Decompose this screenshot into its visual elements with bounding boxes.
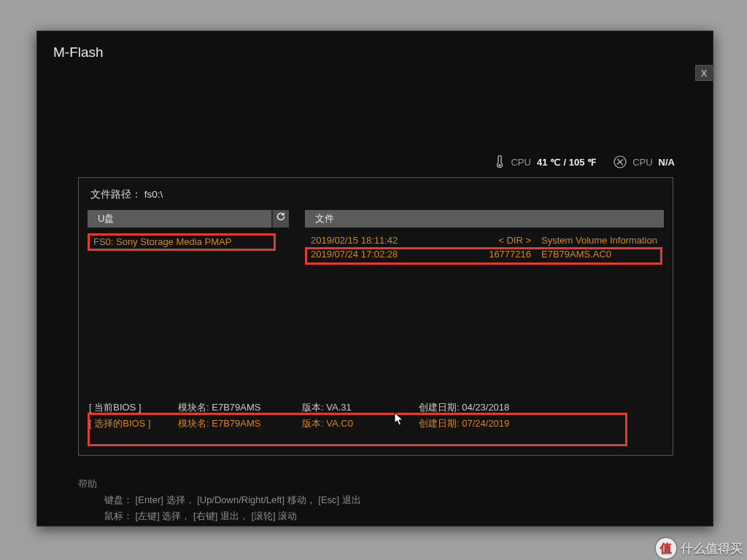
bios-info: [ 当前BIOS ] 模块名: E7B79AMS 版本: VA.31 创建日期:… [88, 400, 664, 432]
file-name: System Volume Information [541, 235, 658, 246]
files-header: 文件 [305, 210, 664, 228]
file-date: 2019/02/15 18:11:42 [311, 235, 457, 246]
titlebar: M-Flash X [37, 31, 713, 74]
cpu-temp-value: 41 ℃ / 105 ℉ [537, 157, 596, 168]
path-value: fs0:\ [144, 189, 163, 200]
cpu-temp-sensor: CPU 41 ℃ / 105 ℉ [493, 155, 596, 168]
refresh-icon [276, 210, 286, 228]
cpu-fan-label: CPU [632, 157, 652, 168]
drives-column: U盘 FS0: Sony Storage Media PMAP [88, 210, 289, 392]
files-column: 文件 2019/02/15 18:11:42 < DIR > System Vo… [305, 210, 664, 392]
close-button[interactable]: X [695, 65, 713, 81]
help-text: 帮助 键盘： [Enter] 选择， [Up/Down/Right/Left] … [78, 476, 361, 524]
help-title: 帮助 [78, 476, 361, 492]
bios-version: 版本: VA.C0 [302, 417, 419, 430]
file-date: 2019/07/24 17:02:28 [311, 249, 457, 260]
file-size: < DIR > [462, 235, 535, 246]
bios-version: 版本: VA.31 [302, 401, 419, 414]
file-name: E7B79AMS.AC0 [541, 249, 658, 260]
bios-module: 模块名: E7B79AMS [178, 417, 302, 430]
file-row[interactable]: 2019/02/15 18:11:42 < DIR > System Volum… [305, 233, 664, 247]
bios-date: 创建日期: 07/24/2019 [419, 417, 664, 430]
window-title: M-Flash [53, 44, 104, 60]
bios-tag: [ 当前BIOS ] [89, 401, 178, 414]
path-label: 文件路径： [90, 189, 142, 200]
file-panel: 文件路径： fs0:\ U盘 FS0: Sony Storage Media P… [78, 177, 673, 456]
bios-date: 创建日期: 04/23/2018 [419, 401, 664, 414]
refresh-button[interactable] [271, 210, 289, 228]
mflash-window: M-Flash X CPU 41 ℃ / 105 ℉ CPU N/A 文件路径：… [36, 31, 713, 526]
file-size: 16777216 [462, 249, 535, 260]
help-keyboard: 键盘： [Enter] 选择， [Up/Down/Right/Left] 移动，… [78, 492, 361, 508]
watermark: 值 什么值得买 [656, 538, 743, 559]
path-row: 文件路径： fs0:\ [88, 188, 664, 201]
selected-bios-row: [ 选择的BIOS ] 模块名: E7B79AMS 版本: VA.C0 创建日期… [88, 416, 664, 432]
cpu-fan-sensor: CPU N/A [614, 155, 675, 168]
drives-header-label: U盘 [98, 210, 114, 228]
cpu-fan-value: N/A [659, 157, 675, 168]
current-bios-row: [ 当前BIOS ] 模块名: E7B79AMS 版本: VA.31 创建日期:… [88, 400, 664, 416]
bios-tag: [ 选择的BIOS ] [89, 417, 178, 430]
fan-icon [614, 155, 627, 168]
help-mouse: 鼠标： [左键] 选择， [右键] 退出， [滚轮] 滚动 [78, 508, 361, 524]
watermark-badge: 值 [656, 538, 676, 559]
watermark-text: 什么值得买 [681, 540, 743, 557]
svg-point-0 [499, 164, 501, 166]
thermometer-icon [493, 155, 505, 168]
drives-header: U盘 [88, 210, 289, 228]
svg-point-2 [619, 160, 622, 163]
drive-item[interactable]: FS0: Sony Storage Media PMAP [88, 233, 289, 250]
file-row[interactable]: 2019/07/24 17:02:28 16777216 E7B79AMS.AC… [305, 247, 664, 261]
files-header-label: 文件 [315, 210, 334, 228]
cpu-temp-label: CPU [511, 157, 530, 168]
sensor-bar: CPU 41 ℃ / 105 ℉ CPU N/A [493, 155, 675, 168]
bios-module: 模块名: E7B79AMS [178, 401, 302, 414]
